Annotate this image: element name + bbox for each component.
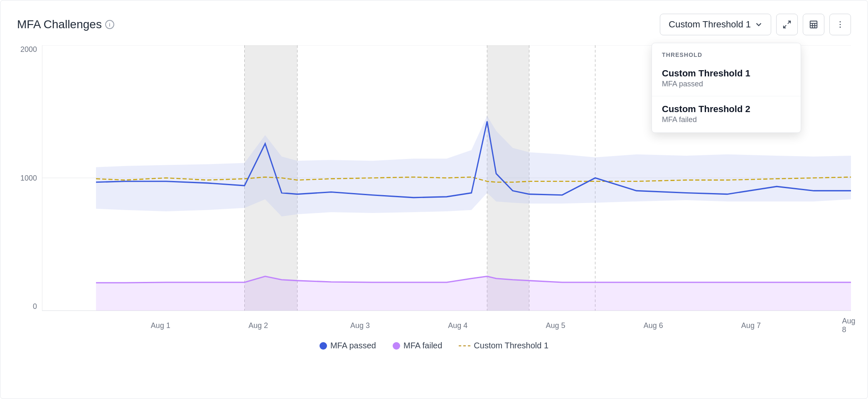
dropdown-item-2[interactable]: Custom Threshold 2 MFA failed xyxy=(652,99,801,129)
svg-line-1 xyxy=(784,25,786,28)
threshold-dropdown[interactable]: Custom Threshold 1 xyxy=(660,14,771,35)
dropdown-divider xyxy=(652,96,801,96)
expand-button[interactable] xyxy=(776,14,798,35)
legend-mfa-passed: MFA passed xyxy=(320,341,376,350)
legend-label-failed: MFA failed xyxy=(403,341,442,350)
legend-dot-failed xyxy=(393,342,400,350)
svg-rect-2 xyxy=(810,21,817,28)
x-label-aug4: Aug 4 xyxy=(448,321,467,330)
x-label-aug5: Aug 5 xyxy=(546,321,565,330)
legend-dot-passed xyxy=(320,342,327,350)
legend-label-passed: MFA passed xyxy=(330,341,376,350)
expand-icon xyxy=(782,20,792,29)
chart-legend: MFA passed MFA failed Custom Threshold 1 xyxy=(17,341,851,350)
legend-label-threshold: Custom Threshold 1 xyxy=(474,341,548,350)
card-header: MFA Challenges i Custom Threshold 1 xyxy=(17,14,851,35)
x-axis: Aug 1 Aug 2 Aug 3 Aug 4 Aug 5 Aug 6 Aug … xyxy=(42,315,851,336)
x-label-aug7: Aug 7 xyxy=(741,321,761,330)
svg-point-9 xyxy=(840,27,841,28)
dropdown-item-1-title: Custom Threshold 1 xyxy=(662,68,791,79)
dropdown-label: Custom Threshold 1 xyxy=(669,19,751,30)
svg-point-8 xyxy=(840,24,841,25)
dropdown-section-label: THRESHOLD xyxy=(652,50,801,63)
y-label-1000: 1000 xyxy=(20,174,37,183)
x-label-aug2: Aug 2 xyxy=(248,321,268,330)
threshold-dropdown-menu: THRESHOLD Custom Threshold 1 MFA passed … xyxy=(652,43,801,133)
dashboard-card: MFA Challenges i Custom Threshold 1 xyxy=(0,0,868,399)
table-view-button[interactable] xyxy=(803,14,824,35)
page-title: MFA Challenges xyxy=(17,18,102,31)
dropdown-item-2-title: Custom Threshold 2 xyxy=(662,104,791,115)
chevron-down-icon xyxy=(755,21,762,28)
y-label-2000: 2000 xyxy=(20,45,37,54)
x-label-aug1: Aug 1 xyxy=(151,321,170,330)
svg-point-7 xyxy=(840,21,841,22)
x-label-aug6: Aug 6 xyxy=(644,321,663,330)
title-area: MFA Challenges i xyxy=(17,18,114,31)
legend-threshold: Custom Threshold 1 xyxy=(459,341,548,350)
controls-area: Custom Threshold 1 xyxy=(660,14,851,35)
y-axis: 2000 1000 0 xyxy=(17,45,42,311)
y-label-0: 0 xyxy=(33,302,37,311)
dropdown-item-2-sub: MFA failed xyxy=(662,115,791,124)
dropdown-item-1[interactable]: Custom Threshold 1 MFA passed xyxy=(652,63,801,93)
svg-line-0 xyxy=(788,21,790,24)
legend-dash-threshold xyxy=(459,345,470,346)
dropdown-item-1-sub: MFA passed xyxy=(662,80,791,88)
x-label-aug8: Aug 8 xyxy=(842,317,856,334)
legend-mfa-failed: MFA failed xyxy=(393,341,442,350)
mfa-failed-area xyxy=(96,277,851,311)
more-options-button[interactable] xyxy=(829,14,851,35)
info-icon[interactable]: i xyxy=(105,20,114,29)
more-icon xyxy=(836,20,845,29)
table-icon xyxy=(809,20,818,29)
x-label-aug3: Aug 3 xyxy=(350,321,370,330)
